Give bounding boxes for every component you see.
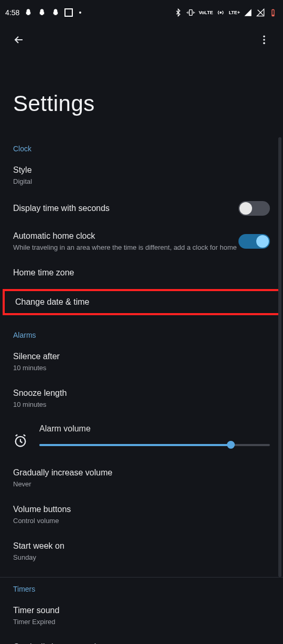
snapchat-icon bbox=[51, 8, 60, 17]
bluetooth-icon bbox=[173, 8, 183, 17]
hotspot-icon bbox=[216, 8, 225, 17]
setting-display-seconds[interactable]: Display time with seconds bbox=[0, 194, 283, 223]
more-notifications-dot bbox=[79, 12, 81, 14]
setting-title: Automatic home clock bbox=[13, 230, 238, 242]
svg-point-7 bbox=[263, 36, 265, 38]
settings-list[interactable]: Clock Style Digital Display time with se… bbox=[0, 137, 283, 644]
status-time: 4:58 bbox=[5, 8, 19, 17]
setting-change-date-time[interactable]: Change date & time bbox=[3, 289, 280, 315]
svg-rect-5 bbox=[273, 15, 274, 16]
status-bar-right: VoLTE LTE+ bbox=[173, 8, 278, 17]
setting-style[interactable]: Style Digital bbox=[0, 157, 283, 194]
setting-title: Gradually increase volume bbox=[13, 467, 270, 479]
overflow-menu-button[interactable] bbox=[254, 29, 275, 50]
setting-value: 10 minutes bbox=[13, 363, 270, 373]
screen: 4:58 VoLTE bbox=[0, 0, 283, 644]
setting-title: Change date & time bbox=[15, 296, 268, 308]
svg-marker-0 bbox=[67, 10, 71, 15]
setting-title: Snooze length bbox=[13, 387, 270, 399]
app-bar bbox=[0, 25, 283, 54]
alarm-volume-label: Alarm volume bbox=[39, 424, 270, 434]
setting-title: Style bbox=[13, 164, 270, 176]
page-title: Settings bbox=[0, 54, 283, 137]
display-seconds-switch[interactable] bbox=[238, 201, 270, 216]
setting-title: Volume buttons bbox=[13, 504, 270, 515]
setting-title: Display time with seconds bbox=[13, 203, 238, 214]
svg-point-9 bbox=[263, 42, 265, 45]
setting-title: Silence after bbox=[13, 351, 270, 362]
status-bar-left: 4:58 bbox=[5, 8, 81, 17]
svg-rect-1 bbox=[190, 10, 192, 16]
setting-start-week-on[interactable]: Start week on Sunday bbox=[0, 533, 283, 570]
back-button[interactable] bbox=[8, 29, 29, 50]
setting-title: Start week on bbox=[13, 540, 270, 552]
signal-secondary-icon bbox=[256, 8, 265, 17]
setting-value: Control volume bbox=[13, 516, 270, 526]
vibrate-icon bbox=[186, 8, 195, 17]
snapchat-icon bbox=[24, 8, 33, 17]
section-header-timers: Timers bbox=[0, 578, 283, 597]
setting-alarm-volume: Alarm volume bbox=[0, 417, 283, 460]
setting-home-time-zone[interactable]: Home time zone bbox=[0, 260, 283, 286]
setting-title: Timer sound bbox=[13, 605, 270, 616]
svg-rect-6 bbox=[273, 9, 273, 9]
setting-description: While traveling in an area where the tim… bbox=[13, 243, 238, 252]
setting-title: Gradually increase volume bbox=[13, 641, 112, 644]
arrow-back-icon bbox=[13, 34, 25, 46]
setting-automatic-home-clock[interactable]: Automatic home clock While traveling in … bbox=[0, 223, 283, 260]
setting-title: Home time zone bbox=[13, 267, 270, 279]
setting-value: Never bbox=[13, 480, 270, 489]
network-type-indicator: LTE+ bbox=[228, 10, 240, 15]
svg-point-2 bbox=[220, 12, 222, 14]
setting-value: Timer Expired bbox=[13, 617, 270, 627]
setting-snooze-length[interactable]: Snooze length 10 minutes bbox=[0, 380, 283, 417]
alarm-clock-icon bbox=[13, 434, 28, 448]
status-bar: 4:58 VoLTE bbox=[0, 0, 283, 25]
section-header-alarms: Alarms bbox=[0, 318, 283, 343]
media-notification-icon bbox=[64, 8, 73, 17]
svg-point-8 bbox=[263, 39, 265, 41]
section-header-clock: Clock bbox=[0, 137, 283, 157]
setting-value: Digital bbox=[13, 177, 270, 186]
battery-icon bbox=[268, 8, 278, 17]
alarm-volume-slider[interactable] bbox=[39, 444, 270, 446]
more-vert-icon bbox=[258, 34, 270, 46]
setting-timer-gradually-increase-volume[interactable]: Gradually increase volume bbox=[0, 634, 283, 644]
setting-timer-sound[interactable]: Timer sound Timer Expired bbox=[0, 597, 283, 634]
automatic-home-clock-switch[interactable] bbox=[238, 234, 270, 249]
setting-value: 10 minutes bbox=[13, 400, 270, 409]
signal-icon bbox=[243, 8, 253, 17]
volte-indicator: VoLTE bbox=[199, 10, 213, 15]
setting-value: Sunday bbox=[13, 553, 270, 562]
snapchat-icon bbox=[37, 8, 47, 17]
setting-silence-after[interactable]: Silence after 10 minutes bbox=[0, 343, 283, 380]
scrollbar[interactable] bbox=[278, 137, 281, 577]
setting-gradually-increase-volume[interactable]: Gradually increase volume Never bbox=[0, 460, 283, 496]
setting-volume-buttons[interactable]: Volume buttons Control volume bbox=[0, 496, 283, 533]
